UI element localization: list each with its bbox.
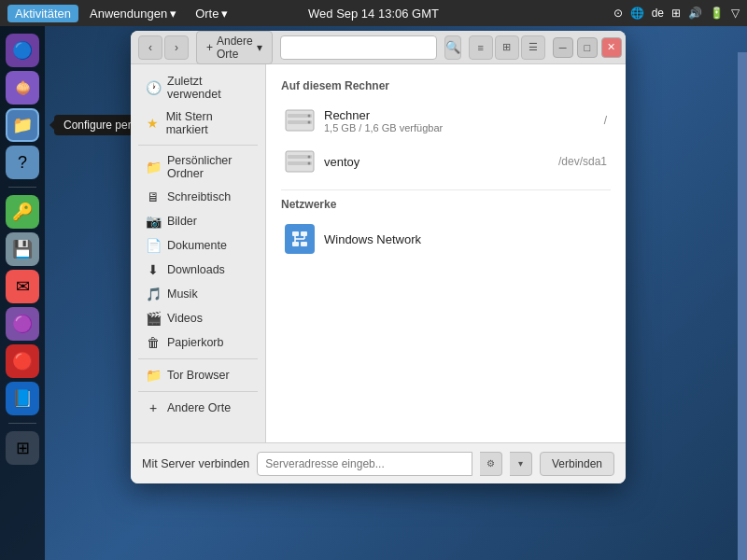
connect-button[interactable]: Verbinden	[540, 452, 614, 476]
tor-browser-dock-icon[interactable]: 🧅	[6, 71, 39, 105]
sidebar-documents-label: Dokumente	[167, 239, 227, 252]
computer-info: Rechner 1,5 GB / 1,6 GB verfügbar	[324, 108, 595, 133]
sidebar-item-starred[interactable]: ★ Mit Stern markiert	[134, 105, 261, 141]
maximize-button[interactable]: □	[577, 37, 598, 58]
sidebar-item-music[interactable]: 🎵 Musik	[134, 282, 261, 306]
sidebar-item-trash[interactable]: 🗑 Papierkorb	[134, 330, 261, 355]
tor-status-icon: ⊙	[613, 7, 623, 20]
help-icon[interactable]: ?	[6, 146, 39, 179]
sidebar-item-downloads[interactable]: ⬇ Downloads	[134, 258, 261, 282]
server-type-dropdown-button[interactable]: ⚙	[480, 452, 502, 476]
fm-body: 🕐 Zuletzt verwendet ★ Mit Stern markiert…	[131, 64, 626, 442]
sidebar-recent-label: Zuletzt verwendet	[167, 75, 250, 101]
mail-icon[interactable]: ✉	[6, 270, 39, 303]
pictures-icon: 📷	[146, 214, 161, 229]
sidebar-pictures-label: Bilder	[167, 215, 197, 228]
files-icon[interactable]: 📁	[6, 108, 39, 142]
other-places-icon: +	[146, 400, 161, 415]
ventoy-path: /dev/sda1	[558, 155, 607, 168]
sidebar-item-tor-browser[interactable]: 📁 Tor Browser	[134, 363, 261, 387]
close-icon: ✕	[607, 41, 615, 53]
more-options-button[interactable]: ☰	[521, 35, 545, 60]
grid-view-button[interactable]: ⊞	[495, 35, 519, 60]
computer-name: Rechner	[324, 108, 595, 122]
sidebar-separator-1	[138, 145, 258, 146]
dock-separator-2	[8, 423, 36, 424]
sidebar-item-videos[interactable]: 🎬 Videos	[134, 306, 261, 330]
sidebar-starred-label: Mit Stern markiert	[166, 110, 250, 136]
keepass-icon[interactable]: 🔑	[6, 195, 39, 229]
onion-share-icon[interactable]: 🟣	[6, 307, 39, 341]
network-icon: 🌐	[630, 7, 644, 20]
places-label: Orte	[195, 7, 218, 21]
files-icon-container: 📁 Configure persistent volume	[6, 108, 39, 142]
server-icon: ⚙	[486, 458, 495, 469]
section-computer-title: Auf diesem Rechner	[281, 79, 611, 92]
minimize-button[interactable]: ─	[553, 37, 573, 58]
sidebar-downloads-label: Downloads	[167, 263, 225, 276]
back-button[interactable]: ‹	[138, 35, 162, 60]
ventoy-icon	[285, 147, 315, 176]
location-item-ventoy[interactable]: ventoy /dev/sda1	[281, 141, 611, 182]
sidebar-trash-label: Papierkorb	[167, 336, 223, 349]
location-bar[interactable]	[280, 35, 437, 60]
search-button[interactable]: 🔍	[444, 35, 461, 60]
forward-button[interactable]: ›	[164, 35, 189, 60]
windows-network-name: Windows Network	[324, 232, 607, 246]
grid-view-icon: ⊞	[502, 41, 511, 53]
tor-icon[interactable]: 🔵	[6, 34, 39, 67]
server-address-input[interactable]	[257, 452, 472, 476]
fm-sidebar: 🕐 Zuletzt verwendet ★ Mit Stern markiert…	[131, 64, 266, 442]
right-panel	[738, 52, 747, 560]
location-item-computer[interactable]: Rechner 1,5 GB / 1,6 GB verfügbar /	[281, 100, 611, 141]
network-connection-icon: ⊞	[671, 7, 681, 20]
documents-icon: 📄	[146, 238, 161, 253]
backup-icon[interactable]: 💾	[6, 232, 39, 266]
sidebar-item-documents[interactable]: 📄 Dokumente	[134, 233, 261, 258]
sidebar-item-recent[interactable]: 🕐 Zuletzt verwendet	[134, 70, 261, 105]
fm-bottom-bar: Mit Server verbinden ⚙ ▾ Verbinden	[131, 442, 626, 483]
connect-button-label: Verbinden	[552, 457, 602, 470]
trash-icon: 🗑	[146, 335, 161, 350]
sidebar-item-other-places[interactable]: + Andere Orte	[134, 396, 261, 420]
windows-network-info: Windows Network	[324, 232, 607, 246]
doc-blue-icon[interactable]: 📘	[6, 382, 39, 415]
server-dropdown-arrow-button[interactable]: ▾	[510, 452, 532, 476]
svg-rect-11	[301, 231, 307, 236]
maximize-icon: □	[584, 42, 590, 53]
sidebar-other-places-label: Andere Orte	[167, 401, 231, 414]
close-button[interactable]: ✕	[601, 37, 622, 58]
taskbar-datetime: Wed Sep 14 13:06 GMT	[308, 7, 439, 21]
desktop: 🔵 🧅 📁 Configure persistent volume ? 🔑 💾 …	[0, 26, 747, 560]
svg-point-3	[308, 115, 311, 118]
sidebar-item-pictures[interactable]: 📷 Bilder	[134, 209, 261, 233]
keyboard-layout-indicator[interactable]: de	[652, 7, 664, 20]
window-controls: ─ □ ✕	[553, 37, 622, 58]
fm-main-content: Auf diesem Rechner Rechner	[266, 64, 626, 442]
dropdown-chevron-icon: ▾	[518, 458, 523, 469]
add-icon: +	[206, 41, 213, 54]
activities-label: Aktivitäten	[15, 7, 71, 21]
location-item-windows-network[interactable]: Windows Network	[281, 218, 611, 259]
svg-point-8	[308, 156, 311, 159]
titlebar-nav: ‹ ›	[138, 35, 189, 60]
minimize-icon: ─	[559, 42, 567, 53]
list-view-button[interactable]: ≡	[469, 35, 493, 60]
applications-button[interactable]: Anwendungen ▾	[82, 5, 184, 22]
menu-icon: ▽	[731, 7, 740, 20]
app-red-icon[interactable]: 🔴	[6, 344, 39, 378]
datetime-label: Wed Sep 14 13:06 GMT	[308, 7, 439, 21]
app-grid-icon[interactable]: ⊞	[6, 431, 39, 465]
sidebar-desktop-label: Schreibtisch	[167, 190, 231, 203]
sidebar-item-home[interactable]: 📁 Persönlicher Ordner	[134, 149, 261, 185]
activities-button[interactable]: Aktivitäten	[7, 5, 78, 22]
section-separator	[281, 189, 611, 190]
add-location-button[interactable]: + Andere Orte ▾	[196, 31, 273, 64]
titlebar: ‹ › + Andere Orte ▾ 🔍 ≡ ⊞	[131, 31, 626, 64]
windows-network-icon	[285, 224, 315, 254]
sidebar-item-desktop[interactable]: 🖥 Schreibtisch	[134, 185, 261, 209]
view-buttons: ≡ ⊞ ☰	[469, 35, 545, 60]
places-button[interactable]: Orte ▾	[188, 5, 235, 22]
places-chevron-icon: ▾	[221, 7, 228, 21]
tor-folder-icon: 📁	[146, 368, 161, 383]
